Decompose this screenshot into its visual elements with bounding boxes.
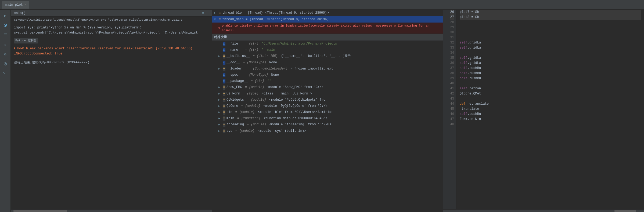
var-sys[interactable]: ▶ ≡ sys = {module} <module 'sys' (built-… xyxy=(212,128,443,134)
code-view: 26 27 28 29 30 31 32 33 34 35 36 37 38 3… xyxy=(443,10,644,209)
code-43 xyxy=(460,96,641,101)
line-45: 45 xyxy=(450,107,454,112)
var-doc[interactable]: □ __doc__ = {NoneType} None xyxy=(212,60,443,66)
line-34: 34 xyxy=(450,50,454,56)
expand-loader-icon: ▶ xyxy=(218,67,222,71)
line-number-gutter: 26 27 28 29 30 31 32 33 34 35 36 37 38 3… xyxy=(443,10,456,209)
code-37: self.pushBu xyxy=(460,66,641,71)
code-41: self.retran xyxy=(460,86,641,91)
line-36: 36 xyxy=(450,61,454,66)
var-threading[interactable]: ▶ ≡ threading = {module} <module 'thread… xyxy=(212,122,443,128)
thread-icon: ≡ xyxy=(219,11,221,15)
expand-icon[interactable] xyxy=(2,60,9,68)
code-scroll-thumb xyxy=(614,210,636,212)
line-43: 43 xyxy=(450,96,454,101)
expand-icon: ▶ xyxy=(218,116,222,121)
line-37: 37 xyxy=(450,66,454,71)
var-main[interactable]: ▶ ≡ main = {function} <function main at … xyxy=(212,115,443,122)
code-45: _translate xyxy=(460,107,641,112)
expand-icon: ▶ xyxy=(218,92,222,96)
code-panel: 26 27 28 29 30 31 32 33 34 35 36 37 38 3… xyxy=(443,10,644,212)
bookmark-icon[interactable]: ☆ xyxy=(2,41,9,48)
console-header: main() ⚙ − xyxy=(11,10,212,17)
settings-icon[interactable]: ⚙ xyxy=(2,50,9,58)
expand-icon: ▶ xyxy=(218,110,222,115)
var-loader[interactable]: ▶ ≡ __loader__ = {SourceFileLoader} <_fr… xyxy=(212,66,443,72)
console-scroll-thumb xyxy=(13,210,67,212)
code-36: self.gridLa xyxy=(460,61,641,66)
line-39: 39 xyxy=(450,76,454,81)
console-exit-line: 进程已结束,退出代码-805306369 (0xCFFFFFFF) xyxy=(14,60,208,65)
variables-header-label: 特殊变量 xyxy=(214,35,227,39)
console-output[interactable]: import sys; print('Python %s on %s' % (s… xyxy=(11,23,212,209)
tab-close-button[interactable]: × xyxy=(24,3,26,6)
console-info-line1: ℹ INFO:bleak.backends.winrt.client:Servi… xyxy=(14,46,208,51)
run-icon[interactable]: ▶ xyxy=(2,12,9,19)
var-ble[interactable]: ▶ ≡ ble = {module} <module 'ble' from 'C… xyxy=(212,109,443,115)
var-type-icon: ≡ xyxy=(223,54,225,59)
code-27: plot8 = Sh xyxy=(460,15,641,20)
line-32: 32 xyxy=(450,40,454,45)
console-settings-icon[interactable]: ⚙ xyxy=(202,11,204,15)
var-type-icon: □ xyxy=(223,79,225,83)
var-type-icon: ≡ xyxy=(223,116,225,121)
code-scrollbar-h[interactable] xyxy=(443,209,644,212)
code-47: Form.setWin xyxy=(460,117,641,122)
code-38: self.pushBu xyxy=(460,71,641,76)
tab-bar: main_plot × xyxy=(0,0,644,10)
console-minimize-icon[interactable]: − xyxy=(206,11,208,15)
var-type-icon: ≡ xyxy=(223,92,225,96)
line-46: 46 xyxy=(450,112,454,117)
expand-icon: ▶ xyxy=(218,123,222,127)
thread-list: ▶ ≡ thread_ble = {Thread} <Thread(Thread… xyxy=(212,10,443,34)
var-type-icon: ≡ xyxy=(223,98,225,102)
debugger-panel: ▶ ≡ thread_ble = {Thread} <Thread(Thread… xyxy=(212,10,443,212)
main-plot-tab[interactable]: main_plot × xyxy=(2,1,29,9)
line-42: 42 xyxy=(450,91,454,96)
expand-icon: ▶ xyxy=(218,129,222,133)
line-48: 48 xyxy=(450,122,454,127)
line-30: 30 xyxy=(450,30,454,35)
var-builtins[interactable]: ▶ ≡ __builtins__ = {dict: 155} {'__name_… xyxy=(212,53,443,59)
debug-icon[interactable] xyxy=(2,21,9,29)
console-line: import sys; print('Python %s on %s' % (s… xyxy=(14,25,208,30)
expand-arrow-icon: ▶ xyxy=(214,11,217,15)
svg-rect-3 xyxy=(4,35,7,35)
console-controls: ⚙ − xyxy=(202,11,208,15)
thread-main-item[interactable]: ▼ ≡ thread_main = {Thread} <Thread(Threa… xyxy=(212,16,443,23)
var-name[interactable]: □ __name__ = {str} '__main__' xyxy=(212,47,443,53)
line-40: 40 xyxy=(450,81,454,86)
code-33: self.gridLa xyxy=(460,45,641,50)
var-spec[interactable]: □ __spec__ = {NoneType} None xyxy=(212,72,443,78)
var-type-icon: □ xyxy=(223,61,225,65)
console-path: C:\Users\Administrator\.conda\envs\tf-gp… xyxy=(11,17,212,23)
sidebar-icons: ▶ ☆ ⚙ >_ xyxy=(0,10,11,212)
tab-label: main_plot xyxy=(5,3,23,7)
thread-ble-item[interactable]: ▶ ≡ thread_ble = {Thread} <Thread(Thread… xyxy=(212,10,443,16)
expand-icon: ▶ xyxy=(218,98,222,102)
var-type-icon: □ xyxy=(223,48,225,52)
console-line: sys.path.extend(['C:\\Users\\Administrat… xyxy=(14,30,208,35)
var-file[interactable]: □ __file__ = {str} 'C:/Users/Administrat… xyxy=(212,41,443,47)
expand-icon: ▶ xyxy=(218,85,222,90)
var-type-icon: ≡ xyxy=(223,85,225,90)
console-scrollbar-h[interactable] xyxy=(11,209,212,212)
code-46: self.pushBu xyxy=(460,112,641,117)
python-console-icon[interactable]: >_ xyxy=(2,70,9,77)
line-27: 27 xyxy=(450,15,454,20)
var-type-icon: ≡ xyxy=(223,123,225,127)
var-qtwidgets[interactable]: ▶ ≡ QtWidgets = {module} <module 'PyQt5.… xyxy=(212,97,443,103)
svg-point-1 xyxy=(5,25,6,26)
var-package[interactable]: □ __package__ = {str} '' xyxy=(212,78,443,84)
var-show-emg[interactable]: ▶ ≡ Show_EMG = {module} <module 'Show_EM… xyxy=(212,84,443,90)
line-35: 35 xyxy=(450,56,454,61)
line-38: 38 xyxy=(450,71,454,76)
line-41: 41 xyxy=(450,86,454,91)
structure-icon[interactable] xyxy=(2,31,9,39)
code-32: self.gridLa xyxy=(460,40,641,45)
var-type-icon: ≡ xyxy=(223,67,225,71)
code-28 xyxy=(460,20,641,25)
var-ui-form[interactable]: ▶ ≡ Ui_Form = {type} <class '__main__.Ui… xyxy=(212,91,443,97)
var-qtcore[interactable]: ▶ ≡ QtCore = {module} <module 'PyQt5.QtC… xyxy=(212,103,443,109)
code-44: def retranslate xyxy=(460,101,641,107)
